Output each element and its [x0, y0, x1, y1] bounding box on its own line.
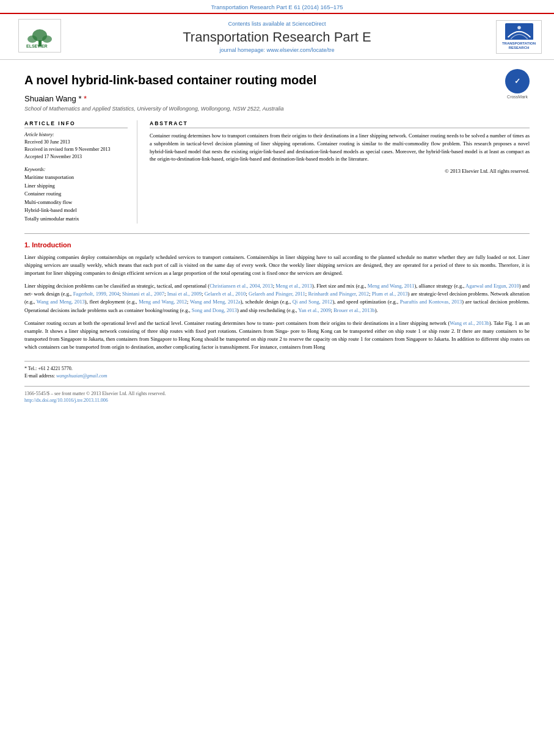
paper-title: A novel hybrid-link-based container rout…	[24, 72, 530, 88]
abstract-heading: ABSTRACT	[150, 120, 530, 128]
abstract-section: ABSTRACT Container routing determines ho…	[150, 120, 530, 224]
link-gelareh2010[interactable]: Gelareh et al., 2010	[205, 291, 246, 297]
intro-number: 1.	[24, 241, 30, 249]
link-reinhardt[interactable]: Reinhardt and Pisinger, 2012	[308, 291, 369, 297]
elsevier-logo-container: ELSEVIER	[12, 19, 67, 54]
intro-paragraph-3: Container routing occurs at both the ope…	[24, 319, 530, 352]
keyword-2: Liner shipping	[24, 182, 128, 191]
footnote-email-row: E-mail address: wangshuaian@gmail.com	[24, 373, 530, 380]
link-wang-meng-2012a[interactable]: Wang and Meng, 2012a	[190, 299, 241, 305]
affiliation: School of Mathematics and Applied Statis…	[24, 106, 530, 112]
footnote-section: * Tel.: +61 2 4221 5770. E-mail address:…	[24, 361, 530, 380]
link-wang-2013b[interactable]: Wang et al., 2013b	[450, 320, 489, 326]
sciencedirect-prefix: Contents lists available at	[228, 21, 292, 27]
homepage-prefix: journal homepage:	[219, 47, 266, 53]
copyright-line: © 2013 Elsevier Ltd. All rights reserved…	[150, 168, 530, 174]
elsevier-box: ELSEVIER	[18, 19, 61, 53]
intro-paragraph-1: Liner shipping companies deploy containe…	[24, 253, 530, 278]
article-history-title: Article history:	[24, 132, 128, 137]
journal-title: Transportation Research Part E	[67, 29, 487, 45]
link-qi-song[interactable]: Qi and Song, 2012	[293, 299, 333, 305]
keyword-3: Container routing	[24, 190, 128, 198]
svg-point-6	[517, 26, 521, 29]
footnote-email-label: E-mail address:	[24, 373, 55, 379]
section-divider	[24, 233, 530, 234]
footer-doi[interactable]: http://dx.doi.org/10.1016/j.tre.2013.11.…	[24, 398, 530, 403]
link-plum[interactable]: Plum et al., 2013	[372, 291, 408, 297]
link-imai[interactable]: Imai et al., 2009	[167, 291, 202, 297]
link-fagerholt[interactable]: Fagerholt, 1999, 2004	[73, 291, 120, 297]
svg-text:✓: ✓	[514, 77, 520, 85]
road-icon	[504, 23, 534, 40]
footnote-tel: * Tel.: +61 2 4221 5770.	[24, 365, 530, 373]
journal-homepage-line: journal homepage: www.elsevier.com/locat…	[67, 47, 487, 53]
footer-issn: 1366-5545/$ – see front matter © 2013 El…	[24, 390, 530, 398]
accepted-date: Accepted 17 November 2013	[24, 153, 128, 161]
link-meng-wang-2012[interactable]: Meng and Wang, 2012	[139, 299, 187, 305]
author-text: Shuaian Wang *	[24, 94, 81, 103]
link-agarwal[interactable]: Agarwal and Ergun, 2010	[465, 283, 519, 289]
intro-paragraph-2: Liner shipping decision problems can be …	[24, 282, 530, 314]
link-meng-wang-2011[interactable]: Meng and Wang, 2011	[368, 283, 415, 289]
author-name: Shuaian Wang * *	[24, 94, 530, 103]
article-info: ARTICLE INFO Article history: Received 3…	[24, 120, 137, 224]
received-revised-date: Received in revised form 9 November 2013	[24, 146, 128, 153]
abstract-text: Container routing determines how to tran…	[150, 132, 530, 163]
received-date: Received 30 June 2013	[24, 139, 128, 146]
link-yan[interactable]: Yan et al., 2009	[298, 307, 330, 313]
footnote-email-address[interactable]: wangshuaian@gmail.com	[56, 373, 108, 379]
sciencedirect-line: Contents lists available at ScienceDirec…	[67, 21, 487, 27]
journal-center: Contents lists available at ScienceDirec…	[67, 21, 487, 53]
svg-point-3	[42, 35, 52, 43]
title-row: ✓ CrossMark A novel hybrid-link-based co…	[24, 72, 530, 88]
link-wang-meng-2013[interactable]: Wang and Meng, 2013	[37, 299, 85, 305]
footer-bar: 1366-5545/$ – see front matter © 2013 El…	[24, 386, 530, 403]
journal-reference: Transportation Research Part E 61 (2014)…	[0, 0, 554, 13]
author-asterisk: *	[81, 94, 87, 103]
homepage-url[interactable]: www.elsevier.com/locate/tre	[267, 47, 335, 53]
svg-text:ELSEVIER: ELSEVIER	[26, 44, 48, 48]
journal-header: ELSEVIER Contents lists available at Sci…	[0, 13, 554, 60]
keyword-5: Hybrid-link-based model	[24, 206, 128, 215]
crossmark-badge: ✓	[505, 69, 530, 93]
link-song-dong[interactable]: Song and Dong, 2013	[192, 307, 237, 313]
crossmark-container: ✓ CrossMark	[505, 69, 530, 99]
transport-research-logo: TRANSPORTATIONRESEARCH	[496, 20, 542, 54]
article-info-heading: ARTICLE INFO	[24, 120, 128, 128]
keyword-1: Maritime transportation	[24, 173, 128, 182]
keywords-section: Keywords: Maritime transportation Liner …	[24, 167, 128, 224]
crossmark-label: CrossMark	[507, 95, 528, 99]
svg-point-2	[27, 35, 37, 43]
link-brouer[interactable]: Brouer et al., 2013b	[333, 307, 375, 313]
transport-logo-text: TRANSPORTATIONRESEARCH	[502, 42, 536, 50]
transport-logo-container: TRANSPORTATIONRESEARCH	[487, 20, 542, 54]
keyword-6: Totally unimodular matrix	[24, 215, 128, 224]
paper-content: ✓ CrossMark A novel hybrid-link-based co…	[0, 60, 554, 415]
keywords-label: Keywords:	[24, 167, 128, 172]
elsevier-icon: ELSEVIER	[23, 22, 57, 49]
link-psaraftis[interactable]: Psaraftis and Kontovas, 2013	[400, 299, 462, 305]
intro-title: 1. Introduction	[24, 241, 530, 249]
info-abstract-row: ARTICLE INFO Article history: Received 3…	[24, 120, 530, 224]
intro-title-text: Introduction	[32, 241, 71, 249]
sciencedirect-link-text[interactable]: ScienceDirect	[292, 21, 326, 27]
link-gelareh-pisinger[interactable]: Gelareh and Pisinger, 2011	[249, 291, 305, 297]
link-shintani[interactable]: Shintani et al., 2007	[122, 291, 164, 297]
link-christiansen[interactable]: Christiansen et al., 2004, 2013	[210, 283, 273, 289]
keyword-4: Multi-commodity flow	[24, 198, 128, 207]
link-meng2013[interactable]: Meng et al., 2013	[275, 283, 312, 289]
crossmark-icon: ✓	[511, 75, 524, 88]
